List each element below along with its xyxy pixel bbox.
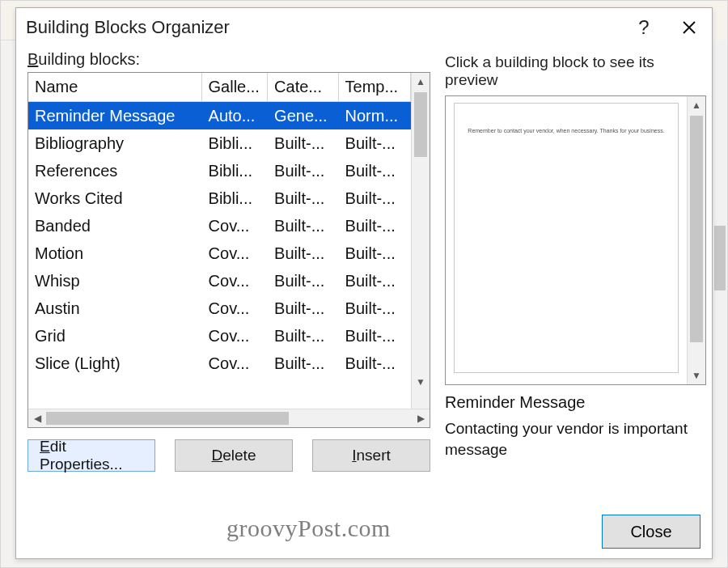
table-cell: Works Cited [28, 184, 202, 212]
table-cell: Built-... [339, 239, 411, 267]
preview-item-description: Contacting your vendor is important mess… [445, 418, 706, 460]
scroll-right-icon[interactable]: ▶ [412, 409, 430, 427]
table-cell: Cov... [202, 212, 269, 239]
table-cell: References [28, 157, 202, 184]
table-row[interactable]: BibliographyBibli...Built-...Built-... [28, 129, 411, 157]
table-cell: Built-... [339, 212, 411, 239]
table-row[interactable]: AustinCov...Built-...Built-... [28, 295, 411, 322]
table-cell: Built-... [268, 322, 338, 350]
table-cell: Austin [28, 295, 202, 322]
table-cell: Motion [28, 239, 202, 267]
scroll-up-icon[interactable]: ▲ [412, 73, 430, 91]
list-header[interactable]: Name Galle... Cate... Temp... [28, 73, 411, 102]
table-cell: Slice (Light) [28, 350, 202, 377]
preview-page-text: Remember to contact your vendor, when ne… [455, 128, 678, 134]
table-cell: Cov... [202, 295, 269, 322]
building-blocks-organizer-dialog: Building Blocks Organizer ? Building blo… [15, 7, 713, 559]
scroll-thumb[interactable] [414, 92, 427, 157]
preview-scroll-thumb[interactable] [690, 116, 703, 342]
insert-button[interactable]: Insert [312, 439, 430, 472]
table-cell: Built-... [268, 184, 338, 212]
table-cell: Built-... [339, 184, 411, 212]
table-cell: Norm... [339, 102, 411, 129]
table-cell: Bibli... [202, 157, 269, 184]
table-row[interactable]: MotionCov...Built-...Built-... [28, 239, 411, 267]
table-cell: Whisp [28, 267, 202, 295]
table-row[interactable]: GridCov...Built-...Built-... [28, 322, 411, 350]
table-row[interactable]: Works CitedBibli...Built-...Built-... [28, 184, 411, 212]
table-cell: Built-... [268, 157, 338, 184]
table-cell: Built-... [339, 350, 411, 377]
close-icon[interactable] [667, 8, 712, 47]
preview-page: Remember to contact your vendor, when ne… [454, 103, 679, 373]
table-cell: Gene... [268, 102, 338, 129]
dialog-titlebar: Building Blocks Organizer ? [16, 8, 712, 47]
table-cell: Built-... [339, 295, 411, 322]
table-cell: Cov... [202, 350, 269, 377]
table-cell: Built-... [339, 322, 411, 350]
delete-button[interactable]: Delete [175, 439, 293, 472]
table-cell: Grid [28, 322, 202, 350]
list-horizontal-scrollbar[interactable]: ◀ ▶ [28, 409, 430, 427]
table-cell: Cov... [202, 322, 269, 350]
table-cell: Built-... [339, 157, 411, 184]
table-cell: Built-... [268, 239, 338, 267]
building-blocks-listbox[interactable]: Name Galle... Cate... Temp... Reminder M… [28, 72, 430, 428]
table-cell: Built-... [339, 129, 411, 157]
table-cell: Built-... [268, 350, 338, 377]
table-cell: Bibli... [202, 129, 269, 157]
table-cell: Built-... [268, 129, 338, 157]
scroll-down-icon[interactable]: ▼ [412, 373, 430, 391]
table-cell: Cov... [202, 267, 269, 295]
table-row[interactable]: BandedCov...Built-...Built-... [28, 212, 411, 239]
scroll-left-icon[interactable]: ◀ [28, 409, 46, 427]
table-cell: Banded [28, 212, 202, 239]
table-cell: Built-... [268, 212, 338, 239]
h-scroll-thumb[interactable] [46, 412, 289, 425]
col-name[interactable]: Name [28, 73, 202, 102]
table-cell: Reminder Message [28, 102, 202, 129]
preview-item-name: Reminder Message [445, 393, 706, 412]
background-scrollbar [713, 40, 727, 557]
table-row[interactable]: ReferencesBibli...Built-...Built-... [28, 157, 411, 184]
table-cell: Auto... [202, 102, 269, 129]
preview-vertical-scrollbar[interactable]: ▲ ▼ [687, 96, 705, 384]
table-cell: Built-... [268, 295, 338, 322]
col-gallery[interactable]: Galle... [202, 73, 269, 102]
table-row[interactable]: Slice (Light)Cov...Built-...Built-... [28, 350, 411, 377]
close-button[interactable]: Close [602, 515, 700, 549]
table-cell: Bibli... [202, 184, 269, 212]
table-cell: Built-... [339, 267, 411, 295]
preview-panel: Remember to contact your vendor, when ne… [445, 95, 706, 385]
preview-scroll-up-icon[interactable]: ▲ [688, 96, 705, 114]
preview-scroll-down-icon[interactable]: ▼ [688, 367, 705, 384]
list-vertical-scrollbar[interactable]: ▲ ▼ [411, 73, 430, 409]
dialog-title: Building Blocks Organizer [26, 17, 621, 38]
table-row[interactable]: WhispCov...Built-...Built-... [28, 267, 411, 295]
help-button[interactable]: ? [621, 8, 667, 47]
building-blocks-label: Building blocks: [28, 50, 430, 69]
table-cell: Bibliography [28, 129, 202, 157]
col-category[interactable]: Cate... [268, 73, 338, 102]
table-cell: Built-... [268, 267, 338, 295]
col-template[interactable]: Temp... [339, 73, 411, 102]
table-cell: Cov... [202, 239, 269, 267]
table-row[interactable]: Reminder MessageAuto...Gene...Norm... [28, 102, 411, 129]
preview-page-area: Remember to contact your vendor, when ne… [446, 96, 687, 384]
edit-properties-button[interactable]: Edit Properties... [28, 439, 155, 472]
preview-hint: Click a building block to see its previe… [445, 53, 706, 89]
